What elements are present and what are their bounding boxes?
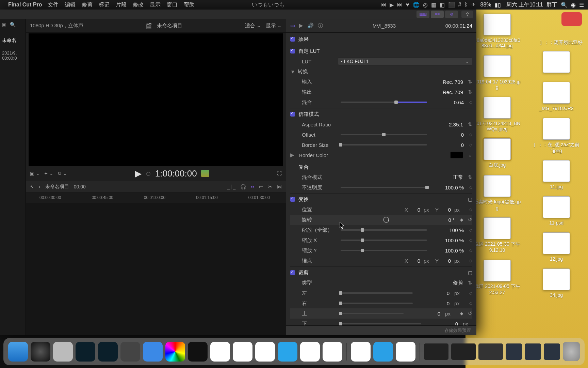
snapping-icon[interactable]: ▭ [259,184,263,189]
play-button[interactable]: ▶ [135,168,142,179]
keyframe-icon[interactable]: ◇ [469,238,472,243]
inspector-tab-video-icon[interactable]: ▭ [290,22,295,29]
dock-app2-icon[interactable] [351,342,371,362]
timeline-ruler[interactable]: 00:00:30:00 00:00:45:00 00:01:00:00 00:0… [26,193,286,203]
desktop-file[interactable]: 贩卖时光 logo(黑低).jpg [473,175,521,211]
desktop-file[interactable]: 48a0de3413233c8fa083c6...d34f.jpg [473,14,521,48]
dock-app-icon[interactable] [323,342,342,362]
library-sidebar-icon[interactable]: ▣ [2,22,6,27]
file-thumb[interactable] [543,196,570,218]
desktop-file[interactable]: ］：：在_想 zaZ'之前 '.jpeg [533,118,580,153]
menu-help[interactable]: 帮助 [184,1,195,9]
workspace-browser-icon[interactable]: ▦▦ [416,11,429,18]
battery-icon[interactable]: ▮▯ [495,2,501,8]
lut-select[interactable]: - LKO FUJI 1 ⌄ [338,57,472,65]
scale-x-slider[interactable] [341,240,427,241]
fullscreen-icon[interactable]: ⛶ [277,171,282,176]
file-thumb[interactable] [543,160,570,182]
scale-all-slider[interactable] [341,229,427,231]
clapper-icon[interactable]: 🎬 [146,23,152,29]
search-icon[interactable]: 🔍 [10,22,16,27]
blend-mode-value[interactable]: 正常 [432,174,463,181]
crop-top-slider[interactable] [341,313,404,314]
workspace-inspector-icon[interactable]: ⚙ [445,11,458,18]
app-name[interactable]: Final Cut Pro [8,2,42,8]
control-center-icon[interactable]: ☰ [579,2,584,8]
keyframe-icon[interactable]: ◇ [469,185,472,190]
file-thumb[interactable] [484,97,511,119]
effects-section[interactable]: 效果 [290,34,472,44]
menu-clip[interactable]: 片段 [116,1,127,9]
desktop-file[interactable]: _MG_7918.CR2 [533,82,580,111]
retime-dropdown[interactable]: ↻ ⌄ [58,171,67,176]
desktop-file[interactable]: 12.jpg [533,232,580,262]
timeline-tools-icon[interactable]: ↖ [30,184,34,189]
dock-color-icon[interactable] [165,342,185,362]
dock-minimized-window[interactable] [506,343,522,360]
tray-icon-3[interactable]: ⬛ [448,2,455,8]
dock-minimized-window[interactable] [478,343,503,360]
file-thumb[interactable] [484,55,511,77]
desktop-file[interactable]: 2019-04-17 103928.jpg [473,55,521,90]
keyframe-icon[interactable]: ◇ [469,100,472,105]
share-button[interactable]: ⇪ [461,11,473,18]
spotlight-icon[interactable]: 🔍 [561,2,568,8]
dock-dingtalk-icon[interactable] [233,342,252,362]
menu-mark[interactable]: 标记 [99,1,110,9]
aspect-value[interactable]: 2.35:1 [432,122,463,127]
custom-lut-section[interactable]: 自定 LUT [290,46,472,56]
file-thumb[interactable] [484,217,511,239]
play-icon[interactable]: ▶ [390,2,394,8]
crop-type-value[interactable]: 修剪 [432,280,463,286]
desktop-file[interactable]: 截屏 2021-09-05 下午2.53.27 [473,260,521,295]
reset-icon[interactable]: ↺ [468,217,472,223]
dock-safari-icon[interactable] [143,342,163,362]
inspector-tab-info-icon[interactable]: ⓘ [318,22,323,29]
effects-dropdown[interactable]: ✦ ⌄ [44,171,53,176]
timeline-index-icon[interactable]: ⋈ [277,184,282,189]
save-preset-button[interactable]: 存储效果预置 [286,325,476,335]
desktop-file[interactable]: 截屏 2021-05-30 下午9.12.10 [473,217,521,253]
menu-modify[interactable]: 修改 [133,1,144,9]
transform-checkbox[interactable] [290,197,295,202]
solo-icon[interactable]: ▪▪ [251,184,254,189]
back-button[interactable]: ‹ [39,184,40,189]
keyframe-icon[interactable]: ◇ [469,291,472,295]
scale-y-slider[interactable] [341,250,427,251]
dock-lightroom-icon[interactable] [76,342,95,362]
dock-qqmusic-icon[interactable] [396,342,415,362]
opacity-slider[interactable] [341,187,427,188]
tools-dropdown[interactable]: ▣ ⌄ [30,171,40,176]
onscreen-transform-icon[interactable]: ▢ [468,197,472,202]
color-popup-icon[interactable]: ⌄ [468,152,472,158]
timeline-canvas[interactable] [26,203,286,335]
dock-siri-icon[interactable] [31,342,50,362]
disclosure-triangle-icon[interactable]: ▼ [290,69,294,75]
heart-icon[interactable]: ♥ [406,2,409,8]
keyframe-icon[interactable]: ◆ [460,217,463,222]
next-track-icon[interactable]: ⏭ [397,2,403,8]
view-dropdown[interactable]: 显示 ⌄ [266,22,282,29]
desktop-file[interactable]: 11.psd [533,196,580,226]
tray-icon-1[interactable]: ▦ [431,2,436,8]
offset-slider[interactable] [341,134,427,135]
file-thumb[interactable] [543,269,570,290]
dock-minimized-window[interactable] [525,343,541,360]
effects-checkbox[interactable] [290,37,295,42]
library-browser[interactable]: ▣ 🔍 未命名 2021/9, 00:00:0 [0,19,26,335]
hashtag-icon[interactable]: # [458,2,461,8]
crop-right-slider[interactable] [341,303,413,304]
lut-transform-row[interactable]: ▼ 转换 [290,66,472,77]
desktop-file[interactable]: 11.jpg [533,160,580,189]
wifi-icon[interactable]: ᯤ [471,2,477,8]
loop-icon[interactable]: ○ [146,168,151,179]
video-viewer[interactable] [29,33,283,166]
project-name[interactable]: 未命名 [2,37,23,44]
desktop[interactable]: ］：：离开努比亚好 48a0de3413233c8fa083c6...d34f.… [466,10,588,368]
disk-icon[interactable] [561,12,582,26]
dock-youku-icon[interactable] [300,342,320,362]
letterbox-section[interactable]: 信箱模式 [290,109,472,119]
reset-icon[interactable]: ↺ [468,310,472,317]
rotation-dial[interactable] [383,217,389,223]
letterbox-checkbox[interactable] [290,112,295,117]
